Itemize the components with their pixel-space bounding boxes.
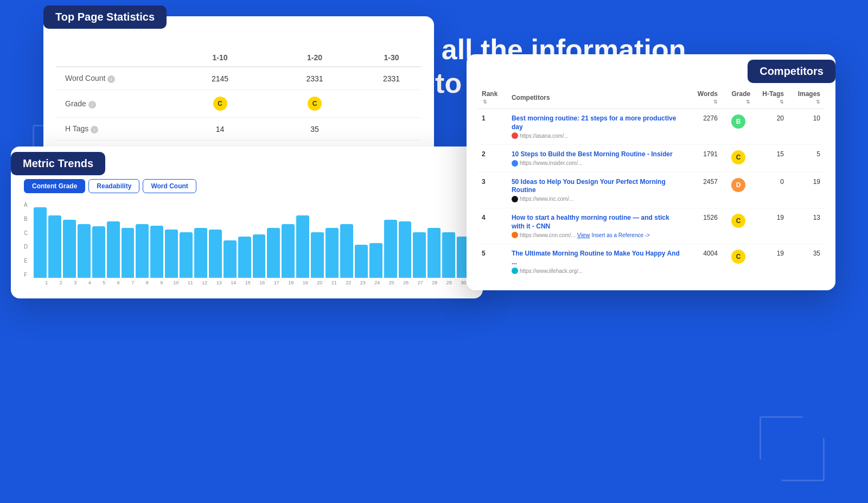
comp-url-text: https://www.cnn.com/... xyxy=(520,232,576,238)
comp-rank: 1 xyxy=(477,109,507,145)
bar-18 xyxy=(296,215,309,278)
stats-table-row: Word Counti214523312331 xyxy=(56,67,421,90)
comp-grade-cell: C xyxy=(722,145,755,173)
comp-favicon xyxy=(512,132,518,139)
bar-x-label: 18 xyxy=(285,280,298,285)
competitors-table: Rank ⇅ Competitors Words ⇅ Grade ⇅ H-Tag… xyxy=(477,87,825,279)
images-sort-icon[interactable]: ⇅ xyxy=(816,99,820,105)
bar-y-label: B xyxy=(24,216,28,222)
comp-title: 10 Steps to Build the Best Morning Routi… xyxy=(512,150,684,159)
comp-col-images: Images ⇅ xyxy=(788,87,825,109)
comp-grade-cell: D xyxy=(722,172,755,208)
bar-y-label: A xyxy=(24,202,28,208)
comp-insert-link[interactable]: Insert as a Reference -> xyxy=(591,232,650,238)
bar-5 xyxy=(107,221,120,278)
trends-tab-2[interactable]: Word Count xyxy=(143,179,196,193)
info-icon[interactable]: i xyxy=(88,101,96,109)
bar-x-label: 22 xyxy=(342,280,355,285)
words-sort-icon[interactable]: ⇅ xyxy=(713,99,718,105)
htags-sort-icon[interactable]: ⇅ xyxy=(780,99,784,105)
comp-col-htags: H-Tags ⇅ xyxy=(755,87,788,109)
bar-2 xyxy=(63,220,76,278)
stats-cell-c1: 2145 xyxy=(173,67,267,90)
bar-17 xyxy=(282,224,295,278)
comp-images: 19 xyxy=(788,172,825,208)
stats-cell-c1: 14 xyxy=(173,118,267,141)
info-icon[interactable]: i xyxy=(91,126,98,133)
trends-card-label: Metric Trends xyxy=(11,152,105,175)
bar-x-label: 16 xyxy=(256,280,269,285)
bar-x-label: 12 xyxy=(199,280,212,285)
comp-table-row: 4 How to start a healthy morning routine… xyxy=(477,208,825,244)
comp-htags: 19 xyxy=(755,208,788,244)
comp-favicon xyxy=(512,232,518,238)
comp-images: 10 xyxy=(788,109,825,145)
bar-9 xyxy=(165,230,178,278)
bar-28 xyxy=(442,232,455,278)
comp-words: 2457 xyxy=(688,172,722,208)
comp-grade-cell: C xyxy=(722,208,755,244)
stats-cell-c3: 2331 xyxy=(362,67,421,90)
comp-url-text: https://asana.com/... xyxy=(520,133,569,139)
bar-x-label: 3 xyxy=(69,280,82,285)
bar-24 xyxy=(384,220,397,278)
bar-x-label: 20 xyxy=(314,280,327,285)
comp-col-grade: Grade ⇅ xyxy=(722,87,755,109)
comp-url: https://asana.com/... xyxy=(512,132,684,139)
bar-x-label: 21 xyxy=(328,280,341,285)
bar-x-label: 19 xyxy=(299,280,312,285)
comp-rank: 5 xyxy=(477,244,507,280)
stats-metric-name: Word Counti xyxy=(56,67,173,90)
bar-10 xyxy=(180,232,193,278)
comp-grade-badge: B xyxy=(731,114,745,129)
comp-title-cell: 50 Ideas to Help You Design Your Perfect… xyxy=(507,172,688,208)
comp-grade-badge: C xyxy=(731,214,745,228)
stats-table-row: GradeiCC xyxy=(56,90,421,118)
bar-19 xyxy=(311,232,324,278)
competitors-card: Rank ⇅ Competitors Words ⇅ Grade ⇅ H-Tag… xyxy=(467,54,835,290)
comp-words: 4004 xyxy=(688,244,722,280)
comp-title-cell: 10 Steps to Build the Best Morning Routi… xyxy=(507,145,688,173)
comp-view-link[interactable]: View xyxy=(577,232,590,238)
stats-col-1-20: 1-20 xyxy=(267,49,362,67)
comp-inner: Rank ⇅ Competitors Words ⇅ Grade ⇅ H-Tag… xyxy=(467,54,835,290)
bar-x-label: 28 xyxy=(429,280,442,285)
comp-htags: 19 xyxy=(755,244,788,280)
bar-x-label: 2 xyxy=(55,280,68,285)
bar-x-label: 29 xyxy=(443,280,456,285)
comp-col-words: Words ⇅ xyxy=(688,87,722,109)
comp-table-row: 1 Best morning routine: 21 steps for a m… xyxy=(477,109,825,145)
comp-images: 5 xyxy=(788,145,825,173)
bar-y-label: D xyxy=(24,244,28,250)
bar-x-label: 8 xyxy=(141,280,154,285)
trends-tabs: Content GradeReadabilityWord Count xyxy=(24,179,470,193)
rank-sort-icon[interactable]: ⇅ xyxy=(483,99,487,105)
comp-col-competitors: Competitors xyxy=(507,87,688,109)
bar-y-label: F xyxy=(24,272,28,278)
comp-htags: 15 xyxy=(755,145,788,173)
comp-header-row: Rank ⇅ Competitors Words ⇅ Grade ⇅ H-Tag… xyxy=(477,87,825,109)
bar-14 xyxy=(238,237,251,278)
bar-x-label: 6 xyxy=(112,280,125,285)
comp-favicon xyxy=(512,268,518,274)
comp-words: 2276 xyxy=(688,109,722,145)
bar-x-label: 17 xyxy=(270,280,283,285)
bar-23 xyxy=(369,243,382,278)
competitors-card-label: Competitors xyxy=(748,60,835,83)
comp-favicon xyxy=(512,196,518,202)
comp-url-text: https://www.inc.com/... xyxy=(520,196,573,202)
bar-chart-inner xyxy=(34,207,470,278)
comp-table-row: 5 The Ultimate Morning Routine to Make Y… xyxy=(477,244,825,280)
info-icon[interactable]: i xyxy=(107,75,115,83)
bar-4 xyxy=(92,226,105,278)
grade-sort-icon[interactable]: ⇅ xyxy=(746,99,750,105)
bar-y-labels: ABCDEF xyxy=(24,202,28,278)
comp-htags: 0 xyxy=(755,172,788,208)
bar-y-label: C xyxy=(24,230,28,236)
bar-x-label: 13 xyxy=(213,280,226,285)
trends-tab-1[interactable]: Readability xyxy=(88,179,139,193)
comp-title: The Ultimate Morning Routine to Make You… xyxy=(512,250,684,266)
trends-tab-0[interactable]: Content Grade xyxy=(24,179,85,193)
bar-26 xyxy=(413,232,426,278)
comp-images: 13 xyxy=(788,208,825,244)
